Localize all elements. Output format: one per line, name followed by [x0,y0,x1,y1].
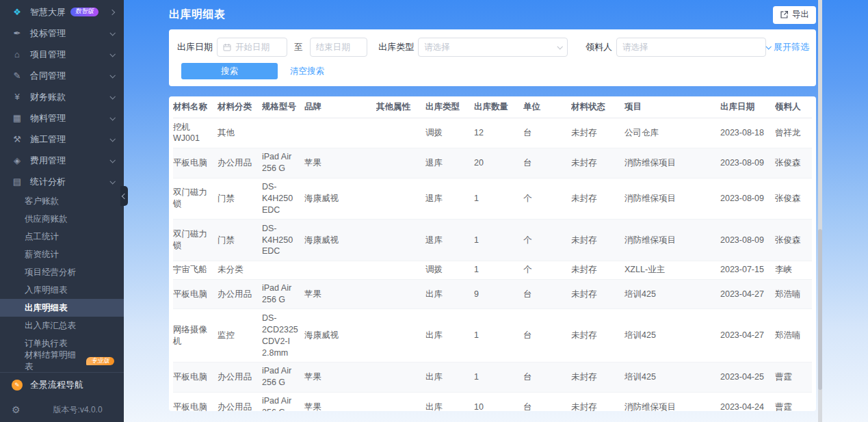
table-cell: 个 [523,178,571,220]
version-badge: 数智版 [70,8,98,16]
table-cell [376,362,425,392]
sidebar-subitem-材料结算明细表[interactable]: 材料结算明细表专业版 [0,352,124,370]
sidebar-item-label: 合同管理 [30,70,66,82]
recipient-label: 领料人 [586,41,612,53]
table-cell [376,178,425,220]
table-cell: 未封存 [571,392,624,411]
table-row: 宇宙飞船未分类调拨1个未封存XZLL-业主2023-07-15李峡 [173,261,812,279]
table-cell: 办公用品 [218,279,262,309]
sidebar-item-panorama-nav[interactable]: ✎ 全景流程导航 [0,373,124,397]
table-cell: 2023-08-09 [720,178,775,220]
table-cell: 12 [474,118,523,148]
table-cell: 其他 [218,118,262,148]
table-cell: 出库 [425,279,474,309]
column-header-材料名称: 材料名称 [173,96,218,118]
sidebar-item-label: 费用管理 [30,155,66,167]
chevron-down-icon [109,30,115,36]
sidebar-subitem-label: 点工统计 [25,231,59,243]
table-cell: 未封存 [571,118,624,148]
table-row: 平板电脑办公用品iPad Air 256 G苹果出库10台未封存消防维保项目20… [173,392,812,411]
table-cell: 苹果 [304,362,376,392]
outbound-type-select[interactable]: 请选择 [418,38,568,57]
table-cell: 消防维保项目 [624,178,720,220]
clear-search-link[interactable]: 清空搜索 [290,66,324,77]
outbound-type-placeholder: 请选择 [424,42,450,53]
sidebar: ❖智慧大屏数智版✒投标管理⌂项目管理✎合同管理¥财务账款▦物料管理⚒施工管理◈费… [0,0,124,422]
contract-icon: ✎ [12,70,23,81]
sidebar-subitem-label: 薪资统计 [25,249,59,261]
export-button[interactable]: 导出 [773,6,816,24]
gear-icon[interactable]: ⚙ [12,404,21,415]
filter-row: 出库日期 开始日期 至 结束日期 出库类型 [176,38,809,57]
table-cell: 2023-08-09 [720,220,775,261]
sidebar-subitem-薪资统计[interactable]: 薪资统计 [0,246,124,263]
table-cell: 1 [474,261,523,279]
start-date-input[interactable]: 开始日期 [217,38,287,57]
table-cell: 未封存 [571,148,624,178]
sidebar-collapse-handle[interactable] [120,186,128,206]
sidebar-item-费用管理[interactable]: ◈费用管理 [0,150,124,171]
sidebar-subitem-入库明细表[interactable]: 入库明细表 [0,281,124,299]
table-cell: 曾祥龙 [775,118,812,148]
sidebar-item-施工管理[interactable]: ⚒施工管理 [0,129,124,150]
table-cell: 未封存 [571,220,624,261]
table-cell: 台 [523,148,571,178]
sidebar-subitem-出库明细表[interactable]: 出库明细表 [0,299,124,317]
sidebar-subitem-客户账款[interactable]: 客户账款 [0,192,124,210]
sidebar-item-label: 物料管理 [30,112,66,124]
table-cell: 宇宙飞船 [173,261,218,279]
table-cell: iPad Air 256 G [262,279,304,309]
table-cell: 出库 [425,309,474,362]
table-cell: 曹霆 [775,362,812,392]
table-cell: 门禁 [218,178,262,220]
expand-filters-link[interactable]: 展开筛选 [766,41,809,53]
table-cell: 2023-08-09 [720,148,775,178]
table-row: 平板电脑办公用品iPad Air 256 G苹果出库9台未封存培训4252023… [173,279,812,309]
table-cell: 2023-04-27 [720,309,775,362]
page-header: 出库明细表 导出 [169,0,816,29]
end-date-input[interactable]: 结束日期 [310,38,367,57]
end-date-placeholder: 结束日期 [316,42,350,53]
app-root: ❖智慧大屏数智版✒投标管理⌂项目管理✎合同管理¥财务账款▦物料管理⚒施工管理◈费… [0,0,868,422]
sidebar-item-合同管理[interactable]: ✎合同管理 [0,65,124,86]
scrollbar-thumb[interactable] [818,229,822,390]
sidebar-item-投标管理[interactable]: ✒投标管理 [0,23,124,44]
table-cell: 台 [523,279,571,309]
sidebar-subitem-出入库汇总表[interactable]: 出入库汇总表 [0,317,124,334]
table-row: 网络摄像机监控DS-2CD2325CDV2-I 2.8mm海康威视出库1台未封存… [173,309,812,362]
chevron-down-icon [109,94,115,99]
table-cell: 台 [523,362,571,392]
version-row: ⚙ 版本号:v4.0.0 [0,397,124,422]
sidebar-item-项目管理[interactable]: ⌂项目管理 [0,44,124,65]
recipient-placeholder: 请选择 [622,42,648,53]
table-cell [376,118,425,148]
sidebar-item-财务账款[interactable]: ¥财务账款 [0,86,124,107]
table-cell: 2023-04-24 [720,392,775,411]
column-header-出库类型: 出库类型 [425,96,474,118]
sidebar-item-物料管理[interactable]: ▦物料管理 [0,107,124,129]
sidebar-subitem-label: 入库明细表 [25,285,68,296]
table-cell: 平板电脑 [173,392,218,411]
sidebar-item-label: 施工管理 [30,133,66,146]
scrollbar-track[interactable] [818,0,822,422]
table-cell: 平板电脑 [173,148,218,178]
sidebar-item-智慧大屏[interactable]: ❖智慧大屏数智版 [0,1,124,23]
table-body: 挖机WJ001其他调拨12台未封存公司仓库2023-08-18曾祥龙平板电脑办公… [173,118,812,412]
search-button[interactable]: 搜索 [181,63,278,79]
sidebar-item-统计分析[interactable]: ▤统计分析 [0,171,124,192]
table-cell [304,261,376,279]
sidebar-subitem-label: 材料结算明细表 [25,350,82,371]
sidebar-subitem-label: 订单执行表 [25,338,68,350]
table-cell [376,309,425,362]
table-cell: 海康威视 [304,178,376,220]
sidebar-subitem-供应商账款[interactable]: 供应商账款 [0,210,124,228]
table-cell: 出库 [425,392,474,411]
smart-screen-icon: ❖ [12,7,23,17]
sidebar-subitem-点工统计[interactable]: 点工统计 [0,228,124,246]
recipient-select[interactable]: 请选择 [616,38,766,57]
table-row: 挖机WJ001其他调拨12台未封存公司仓库2023-08-18曾祥龙 [173,118,812,148]
sidebar-subitem-项目经营分析[interactable]: 项目经营分析 [0,263,124,281]
table-cell: 公司仓库 [624,118,720,148]
column-header-项目: 项目 [624,96,720,118]
table-row: 平板电脑办公用品iPad Air 256 G苹果退库20台未封存消防维保项目20… [173,148,812,178]
